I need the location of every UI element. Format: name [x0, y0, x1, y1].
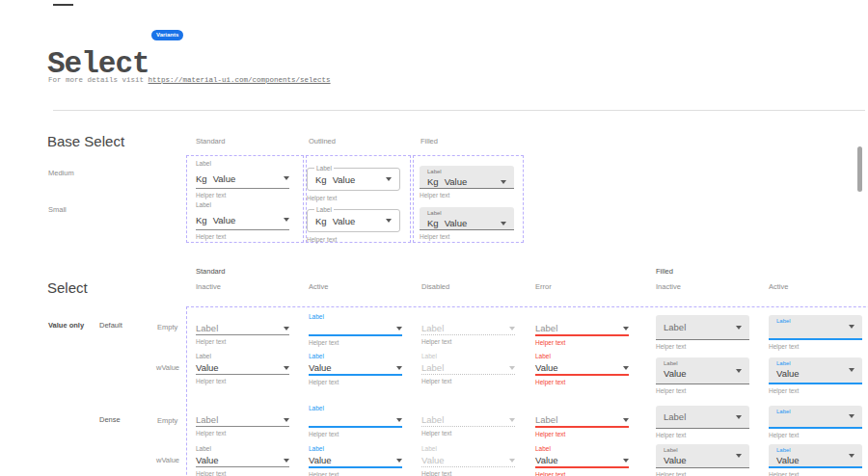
- helper-text: Helper text: [656, 471, 749, 476]
- helper-text: Helper text: [309, 339, 402, 346]
- dropdown-arrow-icon: [849, 368, 854, 372]
- select-filled-inactive-row0[interactable]: LabelHelper text: [656, 315, 749, 350]
- select-value-row: Label: [421, 322, 515, 334]
- select-filled-inactive-row3[interactable]: LabelValueHelper text: [656, 444, 749, 476]
- select-underline: [535, 334, 629, 336]
- select-value: Label: [196, 414, 218, 425]
- helper-text: Helper text: [196, 338, 289, 345]
- select-value-row: Value: [535, 361, 629, 374]
- dropdown-arrow-icon: [736, 415, 742, 419]
- filled-box: LabelValue: [769, 357, 862, 384]
- dropdown-arrow-icon: [509, 418, 515, 422]
- select-standard-inactive-row2[interactable]: LabelHelper text: [196, 404, 289, 436]
- select-label: Label: [776, 447, 854, 454]
- select-value: Label: [535, 414, 557, 425]
- select-underline: [309, 426, 402, 428]
- filled-box: Label: [656, 315, 749, 340]
- select-standard-inactive-row1[interactable]: LabelValueHelper text: [196, 352, 289, 384]
- select-standard-active-row1[interactable]: LabelValueHelper text: [309, 352, 402, 385]
- select-value: Label: [196, 323, 218, 333]
- select-standard-error-row2[interactable]: LabelHelper text: [535, 404, 629, 437]
- select-underline: [421, 374, 515, 375]
- select-value: Value: [196, 362, 219, 373]
- helper-text: Helper text: [769, 471, 862, 476]
- select-standard-disabled-row3[interactable]: LabelValueHelper text: [421, 444, 515, 476]
- select-value: Label: [421, 362, 444, 373]
- select-underline: [309, 374, 402, 376]
- select-underline: [196, 426, 289, 427]
- dropdown-arrow-icon: [623, 459, 629, 463]
- dropdown-arrow-icon: [736, 369, 742, 373]
- dropdown-arrow-icon: [396, 418, 402, 422]
- dropdown-arrow-icon: [284, 327, 289, 331]
- scrollbar-thumb[interactable]: [857, 146, 862, 192]
- select-label: [196, 312, 289, 322]
- select-filled-active-row2[interactable]: LabelHelper text: [769, 406, 862, 438]
- select-standard-active-row0[interactable]: LabelHelper text: [309, 312, 402, 346]
- select-underline: [309, 466, 402, 468]
- helper-text: Helper text: [421, 378, 515, 384]
- select-value: Label: [535, 323, 557, 333]
- dropdown-arrow-icon: [849, 325, 854, 329]
- select-value-row: Label: [535, 413, 629, 426]
- helper-text: Helper text: [421, 470, 515, 476]
- dropdown-arrow-icon: [509, 327, 515, 331]
- select-value: Label: [421, 323, 444, 333]
- filled-box: Label: [769, 406, 862, 429]
- select-value: Value: [664, 368, 742, 379]
- dropdown-arrow-icon: [284, 418, 289, 422]
- dropdown-arrow-icon: [623, 327, 629, 331]
- select-value: Value: [421, 455, 445, 465]
- helper-text: Helper text: [421, 430, 515, 436]
- select-label: Label: [535, 352, 629, 361]
- dropdown-arrow-icon: [509, 366, 515, 370]
- helper-text: Helper text: [535, 431, 629, 437]
- select-value: Label: [664, 411, 742, 422]
- select-standard-disabled-row1[interactable]: LabelLabelHelper text: [421, 352, 515, 384]
- select-label: Label: [309, 444, 402, 454]
- select-filled-active-row3[interactable]: LabelValueHelper text: [769, 444, 862, 476]
- select-label: [535, 404, 629, 413]
- select-underline: [309, 334, 402, 336]
- select-label: Label: [196, 444, 289, 454]
- helper-text: Helper text: [656, 432, 749, 438]
- select-standard-error-row1[interactable]: LabelValueHelper text: [535, 352, 629, 385]
- select-standard-inactive-row0[interactable]: LabelHelper text: [196, 312, 289, 345]
- select-label: Label: [196, 352, 289, 361]
- helper-text: Helper text: [769, 387, 862, 394]
- select-standard-active-row2[interactable]: LabelHelper text: [309, 404, 402, 437]
- select-value-row: Label: [421, 361, 515, 374]
- select-value: Value: [776, 368, 854, 379]
- select-standard-error-row0[interactable]: LabelHelper text: [535, 312, 629, 346]
- select-standard-inactive-row3[interactable]: LabelValueHelper text: [196, 444, 289, 476]
- filled-box: LabelValue: [656, 444, 749, 468]
- select-label: Label: [421, 352, 515, 361]
- select-value: Value: [664, 455, 742, 465]
- dropdown-arrow-icon: [396, 366, 402, 370]
- select-value-row: Label: [421, 413, 515, 426]
- select-value-row: Value: [535, 454, 629, 466]
- select-filled-inactive-row2[interactable]: LabelHelper text: [656, 406, 749, 438]
- helper-text: Helper text: [769, 343, 862, 350]
- select-label: [196, 404, 289, 413]
- helper-text: Helper text: [656, 343, 749, 350]
- select-filled-active-row1[interactable]: LabelValueHelper text: [769, 357, 862, 394]
- select-standard-active-row3[interactable]: LabelValueHelper text: [309, 444, 402, 476]
- dropdown-arrow-icon: [623, 366, 629, 370]
- filled-box: Label: [769, 315, 862, 340]
- select-value-row: [309, 322, 402, 334]
- filled-box: Label: [656, 406, 749, 429]
- select-filled-inactive-row1[interactable]: LabelValueHelper text: [656, 357, 749, 394]
- select-value: Label: [421, 414, 444, 425]
- dropdown-arrow-icon: [736, 454, 742, 458]
- select-standard-disabled-row0[interactable]: LabelHelper text: [421, 312, 515, 345]
- select-standard-disabled-row2[interactable]: LabelHelper text: [421, 404, 515, 436]
- select-underline: [421, 426, 515, 427]
- select-filled-active-row0[interactable]: LabelHelper text: [769, 315, 862, 350]
- select-label: Label: [309, 312, 402, 322]
- select-underline: [196, 374, 289, 375]
- helper-text: Helper text: [309, 431, 402, 437]
- helper-text: Helper text: [196, 430, 289, 436]
- dropdown-arrow-icon: [849, 414, 854, 418]
- select-standard-error-row3[interactable]: LabelValueHelper text: [535, 444, 629, 476]
